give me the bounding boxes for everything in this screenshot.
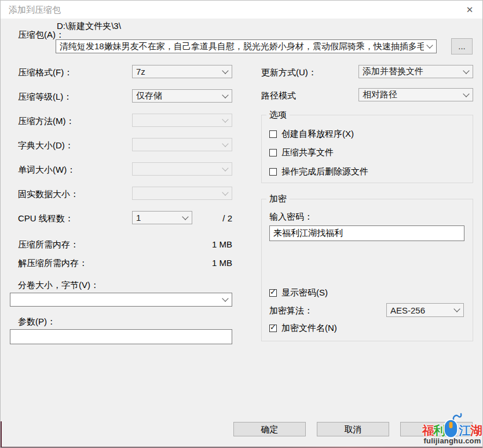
volume-size-label: 分卷大小，字节(V)：	[18, 280, 99, 291]
encryption-method-label: 加密算法：	[269, 305, 313, 316]
path-mode-dropdown[interactable]: 相对路径	[358, 88, 473, 101]
chevron-down-icon	[222, 165, 228, 171]
checkbox-box	[269, 149, 277, 156]
cancel-button[interactable]: 取消	[317, 422, 389, 436]
titlebar: 添加到压缩包 ✕	[1, 1, 482, 19]
update-mode-dropdown[interactable]: 添加并替换文件	[358, 65, 473, 78]
chevron-down-icon	[463, 90, 469, 97]
encryption-method-dropdown[interactable]: AES-256	[386, 303, 464, 317]
archive-name-value: 清纯短发18嫩妹男友不在家，自己拿道具自慰，脱光光娇小身材，震动假屌骑乘，快速抽…	[60, 41, 424, 52]
watermark-char: 湖	[470, 424, 482, 437]
parameters-label: 参数(P)：	[18, 316, 56, 327]
format-label: 压缩格式(F)：	[18, 67, 72, 78]
checkbox-box: ✓	[269, 289, 277, 297]
update-mode-label: 更新方式(U)：	[261, 67, 317, 78]
method-dropdown	[132, 114, 232, 127]
checkbox-compress-shared[interactable]: 压缩共享文件	[269, 147, 334, 158]
checkbox-encrypt-filenames[interactable]: ✓ 加密文件名(N)	[269, 323, 337, 334]
format-dropdown[interactable]: 7z	[132, 65, 232, 78]
dictionary-label: 字典大小(D)：	[18, 140, 74, 151]
archive-dir-path: D:\新建文件夹\3\	[57, 21, 121, 32]
word-size-label: 单词大小(W)：	[18, 165, 75, 176]
method-label: 压缩方法(M)：	[18, 116, 75, 127]
encryption-group-title: 加密	[266, 194, 290, 205]
chevron-down-icon	[453, 305, 460, 312]
watermark-char: 福	[422, 424, 434, 437]
password-input[interactable]	[269, 225, 464, 241]
checkbox-box	[269, 168, 277, 176]
chevron-down-icon	[222, 116, 228, 122]
chevron-down-icon	[182, 213, 188, 220]
add-to-archive-dialog: 添加到压缩包 ✕ 压缩包(A)： D:\新建文件夹\3\ 清纯短发18嫩妹男友不…	[0, 0, 483, 448]
checkbox-delete-after[interactable]: 操作完成后删除源文件	[269, 166, 368, 177]
memory-decompress-value: 1 MB	[174, 258, 232, 268]
watermark-char: 江	[459, 424, 471, 437]
cpu-threads-total: / 2	[197, 213, 232, 223]
solid-block-label: 固实数据大小：	[18, 189, 79, 200]
background-sliver	[1, 421, 2, 448]
path-mode-label: 路径模式	[261, 90, 296, 101]
checkbox-box	[269, 130, 277, 138]
chevron-down-icon	[463, 67, 469, 74]
options-group-title: 选项	[266, 110, 290, 121]
checkbox-box: ✓	[269, 325, 277, 332]
chevron-down-icon	[222, 92, 228, 98]
close-icon[interactable]: ✕	[460, 1, 479, 19]
memory-compress-value: 1 MB	[174, 239, 232, 249]
level-dropdown[interactable]: 仅存储	[132, 89, 232, 103]
cpu-threads-label: CPU 线程数：	[18, 213, 74, 224]
chevron-down-icon	[222, 140, 228, 147]
archive-name-combobox[interactable]: 清纯短发18嫩妹男友不在家，自己拿道具自慰，脱光光娇小身材，震动假屌骑乘，快速抽…	[56, 39, 437, 53]
memory-decompress-label: 解压缩所需内存：	[18, 258, 87, 269]
cpu-threads-dropdown[interactable]: 1	[132, 211, 192, 224]
chevron-down-icon	[426, 42, 433, 48]
volume-size-combobox[interactable]	[10, 293, 232, 307]
memory-compress-label: 压缩所需内存：	[18, 239, 79, 250]
browse-button[interactable]: ...	[451, 38, 473, 54]
checkbox-create-sfx[interactable]: 创建自释放程序(X)	[269, 129, 354, 140]
password-label: 输入密码：	[269, 212, 313, 223]
fulijianghu-watermark: 福 利 江 湖 fulijianghu.com	[405, 411, 483, 447]
word-size-dropdown	[132, 162, 232, 176]
ok-button[interactable]: 确定	[233, 422, 306, 436]
chevron-down-icon	[222, 189, 228, 195]
level-label: 压缩等级(L)：	[18, 92, 72, 103]
dictionary-dropdown	[132, 138, 232, 151]
chevron-down-icon	[222, 67, 228, 74]
watermark-url: fulijianghu.com	[422, 436, 482, 445]
parameters-input[interactable]	[10, 329, 232, 344]
checkbox-show-password[interactable]: ✓ 显示密码(S)	[269, 287, 328, 298]
window-title: 添加到压缩包	[9, 1, 61, 19]
chevron-down-icon	[222, 295, 228, 301]
solid-block-dropdown	[132, 187, 232, 200]
